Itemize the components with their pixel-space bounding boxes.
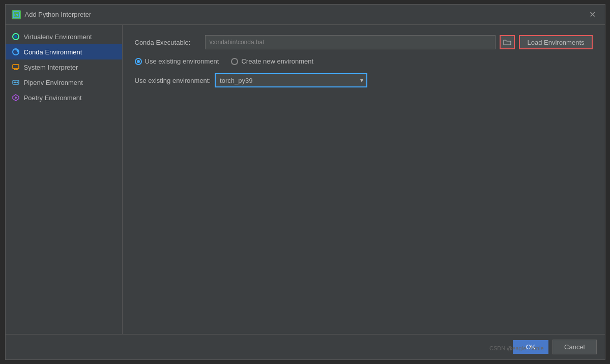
sidebar-item-system[interactable]: System Interpreter: [6, 59, 122, 75]
sidebar: Virtualenv Environment Conda Environment: [6, 25, 123, 334]
conda-executable-label: Conda Executable:: [135, 39, 201, 46]
browse-folder-button[interactable]: [500, 35, 515, 49]
sidebar-item-system-label: System Interpreter: [24, 64, 78, 71]
use-existing-radio[interactable]: [135, 58, 142, 65]
env-select[interactable]: torch_py39 base py37 py38 py310: [215, 73, 367, 87]
sidebar-item-virtualenv-label: Virtualenv Environment: [24, 33, 92, 41]
pipenv-icon: [12, 78, 20, 86]
add-python-interpreter-dialog: PC Add Python Interpreter ✕ Virtualenv E…: [5, 4, 605, 360]
watermark: CSDN @eagle_Annie: [489, 345, 544, 351]
sidebar-item-pipenv-label: Pipenv Environment: [24, 79, 83, 86]
radio-options-row: Use existing environment Create new envi…: [135, 57, 593, 65]
cancel-button[interactable]: Cancel: [553, 340, 596, 354]
create-new-label: Create new environment: [241, 57, 313, 65]
create-new-option[interactable]: Create new environment: [231, 57, 313, 65]
create-new-radio[interactable]: [231, 58, 238, 65]
dialog-body: Virtualenv Environment Conda Environment: [6, 25, 605, 334]
sidebar-item-poetry-label: Poetry Environment: [24, 94, 82, 102]
sidebar-item-pipenv[interactable]: Pipenv Environment: [6, 75, 122, 90]
app-icon: PC: [12, 10, 21, 19]
svg-text:PC: PC: [14, 13, 20, 17]
svg-rect-5: [13, 65, 19, 69]
title-bar: PC Add Python Interpreter ✕: [6, 5, 605, 25]
sidebar-item-poetry[interactable]: Poetry Environment: [6, 90, 122, 105]
sidebar-item-conda-label: Conda Environment: [24, 48, 82, 56]
svg-point-10: [13, 82, 15, 83]
poetry-icon: [12, 94, 20, 102]
conda-executable-row: Conda Executable: Load Environments: [135, 35, 593, 49]
dialog-title: Add Python Interpreter: [25, 11, 586, 18]
env-select-wrapper: torch_py39 base py37 py38 py310: [215, 73, 367, 87]
use-existing-option[interactable]: Use existing environment: [135, 57, 219, 65]
use-existing-label: Use existing environment: [145, 57, 219, 65]
system-icon: [12, 63, 20, 71]
svg-point-12: [16, 82, 18, 83]
sidebar-item-conda[interactable]: Conda Environment: [6, 44, 122, 59]
svg-point-14: [15, 97, 17, 99]
svg-point-11: [15, 82, 16, 83]
use-existing-env-label: Use existing environment:: [135, 77, 211, 84]
load-environments-button[interactable]: Load Environments: [519, 35, 592, 49]
virtualenv-icon: [12, 33, 20, 41]
close-button[interactable]: ✕: [586, 9, 599, 20]
conda-icon: [12, 48, 20, 56]
svg-point-3: [14, 35, 17, 38]
sidebar-item-virtualenv[interactable]: Virtualenv Environment: [6, 29, 122, 44]
conda-executable-input[interactable]: [205, 35, 496, 49]
main-content: Conda Executable: Load Environments Use …: [123, 25, 605, 334]
env-select-row: Use existing environment: torch_py39 bas…: [135, 73, 593, 87]
